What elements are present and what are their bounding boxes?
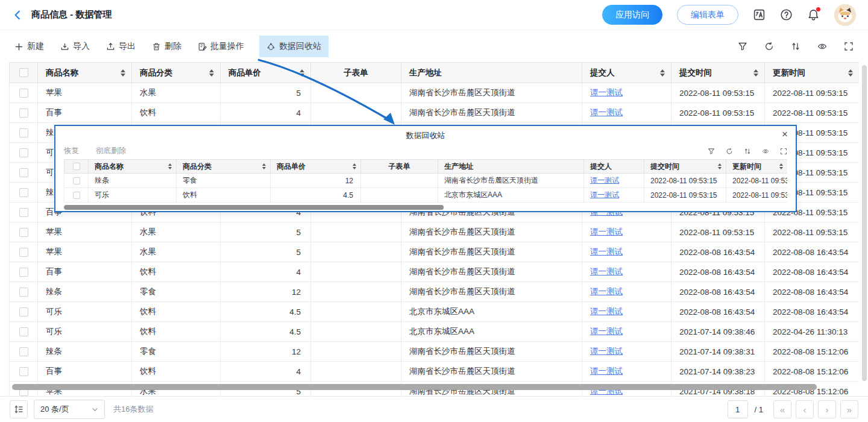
table-row: 百事饮料4湖南省长沙市岳麓区天顶街道谭一测试2021-07-14 09:38:2… <box>10 362 860 382</box>
submitter-link[interactable]: 谭一测试 <box>590 176 619 184</box>
row-height-button[interactable] <box>10 400 28 418</box>
row-checkbox[interactable] <box>19 268 28 277</box>
vertical-scrollbar[interactable] <box>862 65 867 381</box>
cell-name: 辣条 <box>38 342 132 362</box>
row-checkbox[interactable] <box>19 168 28 177</box>
new-record-button[interactable]: 新建 <box>14 41 44 52</box>
row-checkbox[interactable] <box>19 307 28 316</box>
dialog-refresh-icon[interactable] <box>726 148 733 155</box>
close-icon[interactable]: × <box>782 128 788 140</box>
row-checkbox[interactable] <box>73 192 80 199</box>
row-checkbox-cell <box>10 123 38 143</box>
help-icon[interactable] <box>780 8 793 21</box>
row-checkbox[interactable] <box>19 109 28 118</box>
cell-name: 可乐 <box>89 188 177 203</box>
restore-button[interactable]: 恢复 <box>64 146 79 156</box>
sort-icon[interactable] <box>262 163 266 169</box>
sort-icon[interactable] <box>753 69 758 77</box>
sort-updown-icon[interactable] <box>791 42 800 51</box>
sort-icon[interactable] <box>300 69 304 77</box>
row-checkbox[interactable] <box>19 248 28 257</box>
submitter-link[interactable]: 谭一测试 <box>590 227 623 236</box>
submitter-link[interactable]: 谭一测试 <box>590 327 623 336</box>
submitter-link[interactable]: 谭一测试 <box>590 347 623 356</box>
sort-icon[interactable] <box>779 163 783 169</box>
prev-page-button[interactable]: ‹ <box>796 400 814 418</box>
submitter-link[interactable]: 谭一测试 <box>590 247 623 256</box>
row-checkbox[interactable] <box>19 89 28 98</box>
last-page-button[interactable]: » <box>840 400 858 418</box>
sort-icon[interactable] <box>353 163 356 169</box>
column-label: 商品单价 <box>228 68 261 77</box>
cell-submitter: 谭一测试 <box>584 174 644 188</box>
notification-bell-icon[interactable] <box>807 8 820 21</box>
horizontal-scrollbar[interactable] <box>12 384 817 390</box>
select-all-checkbox[interactable] <box>19 68 28 77</box>
row-checkbox[interactable] <box>19 128 28 137</box>
purge-button[interactable]: 彻底删除 <box>96 146 126 156</box>
app-access-button[interactable]: 应用访问 <box>602 5 662 25</box>
cell-address: 湖南省长沙市岳麓区天顶街道 <box>438 174 584 188</box>
column-header-submit_time: 提交时间 <box>644 160 726 174</box>
row-checkbox[interactable] <box>19 327 28 336</box>
batch-operation-button[interactable]: 批量操作 <box>198 41 244 52</box>
cell-update_time: 2022-08-11 09:53:15 <box>765 103 860 123</box>
row-checkbox[interactable] <box>19 148 28 157</box>
next-page-button[interactable]: › <box>818 400 836 418</box>
row-checkbox[interactable] <box>19 347 28 356</box>
edit-form-button[interactable]: 编辑表单 <box>677 5 738 25</box>
row-checkbox[interactable] <box>19 367 28 376</box>
row-checkbox[interactable] <box>19 208 28 217</box>
delete-button[interactable]: 删除 <box>152 41 181 52</box>
sort-icon[interactable] <box>168 163 172 169</box>
header-row: 商品名称商品分类商品单价子表单生产地址提交人提交时间更新时间 <box>64 160 788 174</box>
translate-icon[interactable] <box>753 8 766 21</box>
sort-icon[interactable] <box>209 69 214 77</box>
notification-dot <box>816 7 820 11</box>
row-checkbox[interactable] <box>19 288 28 297</box>
submitter-link[interactable]: 谭一测试 <box>590 267 623 276</box>
dialog-horizontal-scrollbar[interactable] <box>64 205 444 210</box>
column-header-submit_time: 提交时间 <box>671 63 765 83</box>
dialog-sort-updown-icon[interactable] <box>744 148 751 155</box>
row-checkbox[interactable] <box>19 228 28 237</box>
dialog-fullscreen-icon[interactable] <box>780 148 787 155</box>
sort-icon[interactable] <box>660 69 665 77</box>
first-page-button[interactable]: « <box>773 400 791 418</box>
cell-address: 北京市东城区AAA <box>438 188 584 203</box>
refresh-icon[interactable] <box>764 42 774 51</box>
main-table: 商品名称商品分类商品单价子表单生产地址提交人提交时间更新时间苹果水果5湖南省长沙… <box>9 62 859 401</box>
select-all-checkbox[interactable] <box>73 163 80 170</box>
filter-icon[interactable] <box>738 42 747 51</box>
header-row: 商品名称商品分类商品单价子表单生产地址提交人提交时间更新时间 <box>10 63 860 83</box>
column-header-update_time: 更新时间 <box>726 160 788 174</box>
submitter-link[interactable]: 谭一测试 <box>590 88 623 97</box>
row-checkbox-cell <box>10 183 38 203</box>
sort-icon[interactable] <box>121 69 125 77</box>
sort-icon[interactable] <box>848 69 853 77</box>
submitter-link[interactable]: 谭一测试 <box>590 108 623 117</box>
cell-update_time: 2022-08-08 16:43:54 <box>765 282 860 302</box>
export-button[interactable]: 导出 <box>106 41 136 52</box>
page-size-select[interactable]: 20 条/页 <box>34 400 105 419</box>
column-label: 提交时间 <box>679 68 712 77</box>
row-checkbox-cell <box>10 83 38 103</box>
dialog-eye-icon[interactable] <box>762 148 769 155</box>
avatar[interactable] <box>834 4 856 26</box>
sort-icon[interactable] <box>718 163 722 169</box>
import-button[interactable]: 导入 <box>60 41 90 52</box>
back-icon[interactable] <box>12 10 23 20</box>
submitter-link[interactable]: 谭一测试 <box>590 287 623 296</box>
submitter-link[interactable]: 谭一测试 <box>590 307 623 316</box>
dialog-filter-icon[interactable] <box>708 148 715 155</box>
page-number-input[interactable] <box>728 400 748 418</box>
cell-name: 苹果 <box>38 83 132 103</box>
row-checkbox[interactable] <box>73 177 80 184</box>
submitter-link[interactable]: 谭一测试 <box>590 367 623 376</box>
recycle-bin-button[interactable]: 数据回收站 <box>259 36 329 57</box>
column-header-update_time: 更新时间 <box>765 63 860 83</box>
eye-icon[interactable] <box>817 42 827 51</box>
fullscreen-icon[interactable] <box>844 42 854 51</box>
submitter-link[interactable]: 谭一测试 <box>590 191 619 199</box>
row-checkbox[interactable] <box>19 188 28 197</box>
